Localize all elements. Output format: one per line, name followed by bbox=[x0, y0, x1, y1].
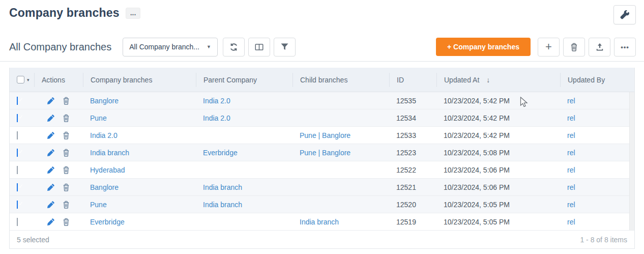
row-checkbox[interactable] bbox=[17, 201, 18, 209]
row-select-cell bbox=[10, 149, 34, 157]
row-select-cell bbox=[10, 201, 34, 209]
row-actions-cell bbox=[34, 114, 83, 122]
row-select-cell bbox=[10, 114, 34, 122]
add-company-branches-button[interactable]: + Company branches bbox=[436, 38, 531, 56]
row-select-cell bbox=[10, 218, 34, 226]
select-menu-caret-icon[interactable]: ▾ bbox=[27, 73, 30, 87]
updated-by-link[interactable]: rel bbox=[560, 183, 630, 191]
updated-at-value: 10/23/2024, 5:05 PM bbox=[436, 218, 560, 226]
delete-trash-icon[interactable] bbox=[63, 183, 70, 191]
table-header-row: ▾ Actions Company branches Parent Compan… bbox=[10, 68, 634, 92]
view-select-dropdown[interactable]: All Company branch... ▼ bbox=[123, 38, 218, 57]
title-more-button[interactable]: ... bbox=[126, 8, 141, 19]
delete-button[interactable] bbox=[563, 38, 585, 57]
column-header-child-branches[interactable]: Child branches bbox=[292, 73, 389, 87]
record-id: 12519 bbox=[389, 218, 436, 226]
delete-trash-icon[interactable] bbox=[63, 218, 70, 226]
record-id: 12533 bbox=[389, 131, 436, 139]
plus-icon: + bbox=[545, 41, 552, 52]
delete-trash-icon[interactable] bbox=[63, 97, 70, 105]
branch-name-link[interactable]: Banglore bbox=[83, 97, 196, 105]
branch-name-link[interactable]: Hyderabad bbox=[83, 166, 196, 174]
edit-pencil-icon[interactable] bbox=[47, 97, 54, 104]
row-checkbox[interactable] bbox=[17, 183, 18, 191]
chevron-down-icon: ▼ bbox=[207, 44, 211, 49]
table-row: India 2.0 Pune | Banglore 12533 10/23/20… bbox=[10, 127, 634, 144]
child-branches-link[interactable]: Pune | Banglore bbox=[292, 149, 389, 157]
child-branches-link[interactable]: Pune | Banglore bbox=[292, 131, 389, 139]
updated-by-link[interactable]: rel bbox=[560, 166, 630, 174]
column-header-actions[interactable]: Actions bbox=[34, 73, 83, 87]
row-checkbox[interactable] bbox=[17, 131, 18, 139]
more-actions-button[interactable]: ••• bbox=[614, 38, 636, 57]
columns-icon bbox=[255, 43, 264, 51]
column-header-parent-company[interactable]: Parent Company bbox=[196, 73, 292, 87]
column-header-updated-by[interactable]: Updated By bbox=[560, 73, 630, 87]
view-select-value: All Company branch... bbox=[129, 43, 199, 51]
edit-pencil-icon[interactable] bbox=[47, 201, 54, 208]
table-row: Hyderabad 12522 10/23/2024, 5:06 PM rel bbox=[10, 161, 634, 179]
parent-company-link[interactable]: Everbridge bbox=[196, 149, 292, 157]
select-all-checkbox[interactable] bbox=[17, 76, 24, 83]
updated-by-link[interactable]: rel bbox=[560, 114, 630, 122]
branch-name-link[interactable]: Banglore bbox=[83, 183, 196, 191]
child-branches-link[interactable]: India branch bbox=[292, 218, 389, 226]
edit-pencil-icon[interactable] bbox=[47, 149, 54, 156]
updated-by-link[interactable]: rel bbox=[560, 131, 630, 139]
branch-name-link[interactable]: Pune bbox=[83, 114, 196, 122]
branch-name-link[interactable]: Everbridge bbox=[83, 218, 196, 226]
updated-by-link[interactable]: rel bbox=[560, 201, 630, 209]
parent-company-link[interactable]: India 2.0 bbox=[196, 97, 292, 105]
delete-trash-icon[interactable] bbox=[63, 149, 70, 157]
row-actions-cell bbox=[34, 131, 83, 139]
row-checkbox[interactable] bbox=[17, 114, 18, 122]
refresh-button[interactable] bbox=[223, 38, 245, 57]
filter-button[interactable] bbox=[274, 38, 296, 57]
edit-pencil-icon[interactable] bbox=[47, 166, 54, 174]
column-header-id[interactable]: ID bbox=[389, 73, 436, 87]
row-checkbox[interactable] bbox=[17, 149, 18, 157]
edit-pencil-icon[interactable] bbox=[47, 184, 54, 191]
trash-icon bbox=[570, 43, 578, 51]
row-checkbox[interactable] bbox=[17, 166, 18, 174]
section-divider bbox=[0, 61, 644, 62]
edit-pencil-icon[interactable] bbox=[47, 218, 54, 225]
updated-by-link[interactable]: rel bbox=[560, 97, 630, 105]
branch-name-link[interactable]: India 2.0 bbox=[83, 131, 196, 139]
branch-name-link[interactable]: Pune bbox=[83, 201, 196, 209]
delete-trash-icon[interactable] bbox=[63, 201, 70, 209]
column-header-company-branches[interactable]: Company branches bbox=[83, 73, 196, 87]
row-checkbox[interactable] bbox=[17, 97, 18, 105]
vertical-scrollbar[interactable] bbox=[629, 92, 634, 230]
column-header-updated-at[interactable]: Updated At↓ bbox=[436, 73, 560, 87]
row-actions-cell bbox=[34, 201, 83, 209]
export-button[interactable] bbox=[589, 38, 610, 57]
company-branches-grid: ▾ Actions Company branches Parent Compan… bbox=[9, 68, 635, 249]
row-actions-cell bbox=[34, 218, 83, 226]
quick-add-button[interactable]: + bbox=[538, 38, 560, 57]
row-actions-cell bbox=[34, 97, 83, 105]
updated-by-link[interactable]: rel bbox=[560, 218, 630, 226]
updated-by-link[interactable]: rel bbox=[560, 149, 630, 157]
parent-company-link[interactable]: India branch bbox=[196, 201, 292, 209]
branch-name-link[interactable]: India branch bbox=[83, 149, 196, 157]
row-select-cell bbox=[10, 183, 34, 191]
columns-button[interactable] bbox=[248, 38, 270, 57]
table-row: India branch Everbridge Pune | Banglore … bbox=[10, 144, 634, 161]
row-checkbox[interactable] bbox=[17, 218, 18, 226]
settings-wrench-button[interactable] bbox=[613, 5, 636, 24]
edit-pencil-icon[interactable] bbox=[47, 115, 54, 122]
delete-trash-icon[interactable] bbox=[63, 114, 70, 122]
updated-at-value: 10/23/2024, 5:42 PM bbox=[436, 97, 560, 105]
delete-trash-icon[interactable] bbox=[63, 166, 70, 174]
table-footer: 5 selected 1 - 8 of 8 items bbox=[10, 231, 634, 248]
record-id: 12522 bbox=[389, 166, 436, 174]
delete-trash-icon[interactable] bbox=[63, 131, 70, 139]
parent-company-link[interactable]: India 2.0 bbox=[196, 114, 292, 122]
table-row: Pune India branch 12520 10/23/2024, 5:05… bbox=[10, 196, 634, 213]
table-row: Banglore India branch 12521 10/23/2024, … bbox=[10, 179, 634, 196]
parent-company-link[interactable]: India branch bbox=[196, 183, 292, 191]
page-title: Company branches bbox=[9, 6, 120, 20]
edit-pencil-icon[interactable] bbox=[47, 132, 54, 139]
updated-at-value: 10/23/2024, 5:08 PM bbox=[436, 149, 560, 157]
